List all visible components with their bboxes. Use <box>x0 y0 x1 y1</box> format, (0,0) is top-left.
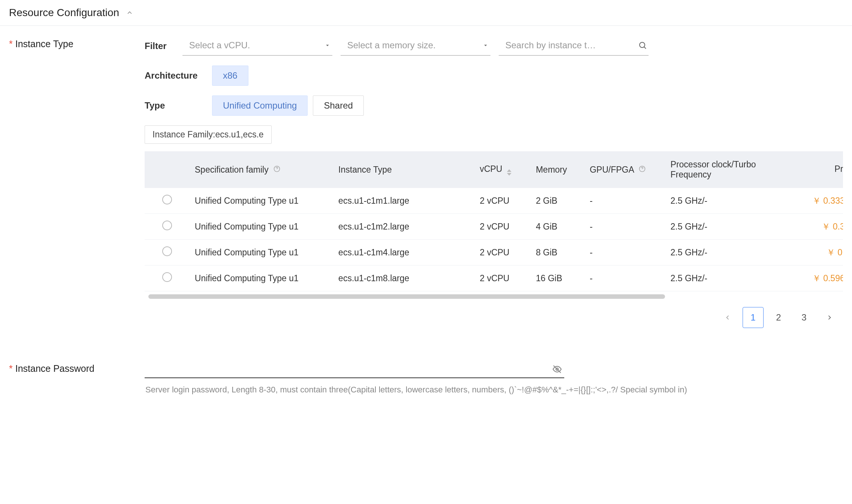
cell-spec: Unified Computing Type u1 <box>190 214 333 240</box>
cell-price: ￥ 0.351/Hour <box>791 214 843 240</box>
row-radio[interactable] <box>162 246 172 256</box>
cell-vcpu: 2 vCPU <box>474 188 531 214</box>
password-input-wrap[interactable] <box>145 361 564 378</box>
memory-placeholder: Select a memory size. <box>347 40 436 51</box>
password-hint: Server login password, Length 8-30, must… <box>0 385 852 398</box>
cell-memory: 16 GiB <box>531 265 584 291</box>
section-title: Resource Configuration <box>9 7 119 19</box>
cell-clock: 2.5 GHz/- <box>665 188 791 214</box>
table-row[interactable]: Unified Computing Type u1ecs.u1-c1m8.lar… <box>145 265 843 291</box>
instance-password-label: Instance Password <box>9 361 145 374</box>
col-vcpu[interactable]: vCPU <box>474 151 531 188</box>
cell-gpu: - <box>584 240 665 265</box>
sort-icon <box>507 169 511 176</box>
cell-type: ecs.u1-c1m4.large <box>333 240 474 265</box>
col-clock: Processor clock/Turbo Frequency <box>665 151 791 188</box>
svg-point-0 <box>640 42 645 48</box>
page-2-button[interactable]: 2 <box>768 307 789 328</box>
col-price[interactable]: Price <box>791 151 843 188</box>
row-radio[interactable] <box>162 195 172 204</box>
cell-price: ￥ 0.33375/Hour <box>791 188 843 214</box>
row-radio[interactable] <box>162 272 172 282</box>
instance-table: Specification family Instance Type vCPU … <box>145 151 843 291</box>
help-icon[interactable] <box>638 165 646 173</box>
help-icon[interactable] <box>273 165 281 173</box>
cell-gpu: - <box>584 188 665 214</box>
col-spec-family: Specification family <box>190 151 333 188</box>
page-next-button[interactable] <box>819 307 840 328</box>
cell-clock: 2.5 GHz/- <box>665 240 791 265</box>
col-gpu: GPU/FPGA <box>584 151 665 188</box>
table-row[interactable]: Unified Computing Type u1ecs.u1-c1m2.lar… <box>145 214 843 240</box>
instance-type-label: Instance Type <box>9 36 145 49</box>
instance-search-box[interactable] <box>499 36 649 56</box>
cell-memory: 4 GiB <box>531 214 584 240</box>
cell-memory: 8 GiB <box>531 240 584 265</box>
instance-search-input[interactable] <box>505 40 599 51</box>
search-icon <box>638 41 647 50</box>
cell-vcpu: 2 vCPU <box>474 240 531 265</box>
type-unified-button[interactable]: Unified Computing <box>212 95 308 116</box>
horizontal-scrollbar[interactable] <box>145 294 843 299</box>
caret-down-icon <box>324 42 331 49</box>
cell-gpu: - <box>584 214 665 240</box>
cell-vcpu: 2 vCPU <box>474 214 531 240</box>
caret-down-icon <box>482 42 489 49</box>
filter-label: Filter <box>145 41 167 51</box>
eye-off-icon[interactable] <box>552 364 562 374</box>
section-header[interactable]: Resource Configuration <box>0 0 852 26</box>
cell-vcpu: 2 vCPU <box>474 265 531 291</box>
cell-type: ecs.u1-c1m1.large <box>333 188 474 214</box>
instance-family-tag[interactable]: Instance Family:ecs.u1,ecs.e <box>145 125 272 144</box>
vcpu-placeholder: Select a vCPU. <box>189 40 250 51</box>
scrollbar-thumb[interactable] <box>148 294 665 299</box>
cell-type: ecs.u1-c1m8.large <box>333 265 474 291</box>
type-label: Type <box>145 100 212 111</box>
pagination: 1 2 3 <box>145 299 843 343</box>
vcpu-dropdown[interactable]: Select a vCPU. <box>182 36 332 56</box>
instance-table-scroll[interactable]: Specification family Instance Type vCPU … <box>145 151 843 291</box>
col-instance-type: Instance Type <box>333 151 474 188</box>
cell-spec: Unified Computing Type u1 <box>190 188 333 214</box>
page-1-button[interactable]: 1 <box>743 307 764 328</box>
cell-gpu: - <box>584 265 665 291</box>
type-shared-button[interactable]: Shared <box>313 95 363 116</box>
architecture-x86-button[interactable]: x86 <box>212 66 248 86</box>
svg-line-1 <box>644 47 646 49</box>
table-row[interactable]: Unified Computing Type u1ecs.u1-c1m1.lar… <box>145 188 843 214</box>
password-input[interactable] <box>147 364 552 374</box>
memory-dropdown[interactable]: Select a memory size. <box>341 36 490 56</box>
architecture-label: Architecture <box>145 70 212 81</box>
table-row[interactable]: Unified Computing Type u1ecs.u1-c1m4.lar… <box>145 240 843 265</box>
cell-price: ￥ 0.59625/Hour <box>791 265 843 291</box>
cell-spec: Unified Computing Type u1 <box>190 240 333 265</box>
cell-clock: 2.5 GHz/- <box>665 265 791 291</box>
cell-price: ￥ 0.45/Hour <box>791 240 843 265</box>
chevron-up-icon <box>126 9 133 16</box>
col-memory: Memory <box>531 151 584 188</box>
row-radio[interactable] <box>162 221 172 230</box>
cell-clock: 2.5 GHz/- <box>665 214 791 240</box>
cell-memory: 2 GiB <box>531 188 584 214</box>
page-prev-button[interactable] <box>717 307 738 328</box>
table-header-row: Specification family Instance Type vCPU … <box>145 151 843 188</box>
cell-spec: Unified Computing Type u1 <box>190 265 333 291</box>
cell-type: ecs.u1-c1m2.large <box>333 214 474 240</box>
page-3-button[interactable]: 3 <box>794 307 815 328</box>
